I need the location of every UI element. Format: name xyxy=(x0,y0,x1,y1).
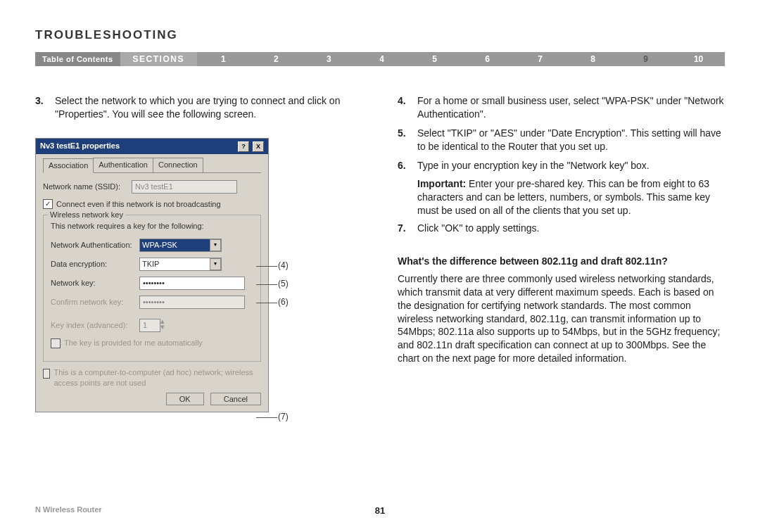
adhoc-label: This is a computer-to-computer (ad hoc) … xyxy=(53,367,261,388)
nav-3[interactable]: 3 xyxy=(303,54,355,64)
connect-checkbox-label: Connect even if this network is not broa… xyxy=(56,199,221,210)
footer-product: N Wireless Router xyxy=(35,505,102,514)
nav-9[interactable]: 9 xyxy=(619,54,672,64)
nav-2[interactable]: 2 xyxy=(250,54,303,64)
callout-6: (6) xyxy=(278,297,289,307)
nav-5[interactable]: 5 xyxy=(408,54,461,64)
auth-select[interactable]: WPA-PSK ▾ xyxy=(139,239,222,252)
nav-8[interactable]: 8 xyxy=(566,54,619,64)
callout-5: (5) xyxy=(278,279,289,289)
answer-text: Currently there are three commonly used … xyxy=(398,272,725,365)
key-index-label: Key index (advanced): xyxy=(51,320,135,331)
page-title: TROUBLESHOOTING xyxy=(35,28,725,42)
footer-page-number: 81 xyxy=(375,505,385,516)
ssid-input: Nv3 testE1 xyxy=(132,180,237,194)
question-heading: What's the difference between 802.11g an… xyxy=(398,255,725,268)
chevron-down-icon[interactable]: ▾ xyxy=(210,258,221,270)
section-navbar: Table of Contents SECTIONS 1 2 3 4 5 6 7… xyxy=(35,52,725,66)
step-6-number: 6. xyxy=(398,159,417,172)
callout-7: (7) xyxy=(278,412,289,422)
nav-7[interactable]: 7 xyxy=(514,54,566,64)
adhoc-checkbox xyxy=(43,369,50,379)
chevron-down-icon[interactable]: ▾ xyxy=(210,239,221,251)
encryption-select-value: TKIP xyxy=(142,259,159,270)
step-7-number: 7. xyxy=(398,222,417,235)
callout-4: (4) xyxy=(278,260,289,270)
spinner-down-icon: ▾ xyxy=(160,324,170,330)
confirm-key-label: Confirm network key: xyxy=(51,297,135,308)
help-icon[interactable]: ? xyxy=(238,141,249,152)
nav-4[interactable]: 4 xyxy=(355,54,408,64)
nav-1[interactable]: 1 xyxy=(197,54,250,64)
network-key-input[interactable]: •••••••• xyxy=(139,277,245,290)
dialog-title: Nv3 testE1 properties xyxy=(40,141,120,151)
nav-toc[interactable]: Table of Contents xyxy=(35,52,120,66)
confirm-key-input: •••••••• xyxy=(139,296,245,309)
encryption-label: Data encryption: xyxy=(51,259,135,270)
auth-select-value: WPA-PSK xyxy=(142,240,177,251)
encryption-select[interactable]: TKIP ▾ xyxy=(139,258,222,271)
network-key-label: Network key: xyxy=(51,278,135,289)
step-5-number: 5. xyxy=(398,127,417,153)
auth-label: Network Authentication: xyxy=(51,240,135,251)
nav-10[interactable]: 10 xyxy=(672,54,725,64)
step-3-number: 3. xyxy=(35,94,55,121)
properties-dialog: Nv3 testE1 properties ? X Association Au… xyxy=(35,138,269,412)
ok-button[interactable]: OK xyxy=(166,393,204,405)
auto-key-label: The key is provided for me automatically xyxy=(64,338,203,348)
step-3-text: Select the network to which you are tryi… xyxy=(55,94,362,121)
step-4-text: For a home or small business user, selec… xyxy=(417,94,725,121)
connect-checkbox[interactable]: ✓ xyxy=(43,199,53,209)
close-icon[interactable]: X xyxy=(253,141,264,152)
ssid-label: Network name (SSID): xyxy=(43,182,127,192)
cancel-button[interactable]: Cancel xyxy=(210,393,261,405)
fieldset-legend: Wireless network key xyxy=(48,210,125,220)
nav-6[interactable]: 6 xyxy=(461,54,514,64)
key-message: This network requires a key for the foll… xyxy=(51,221,253,232)
step-7-text: Click "OK" to apply settings. xyxy=(417,222,725,235)
key-index-input: 1 xyxy=(139,319,160,332)
tab-authentication[interactable]: Authentication xyxy=(93,158,153,172)
step-4-number: 4. xyxy=(398,94,417,121)
nav-sections-label: SECTIONS xyxy=(120,52,197,66)
step-5-text: Select "TKIP" or "AES" under "Date Encry… xyxy=(417,127,725,153)
step-6-text: Type in your encryption key in the "Netw… xyxy=(417,159,725,172)
auto-key-checkbox xyxy=(51,338,61,348)
tab-connection[interactable]: Connection xyxy=(153,158,203,172)
tab-association[interactable]: Association xyxy=(43,158,94,173)
important-label: Important: xyxy=(417,178,466,189)
